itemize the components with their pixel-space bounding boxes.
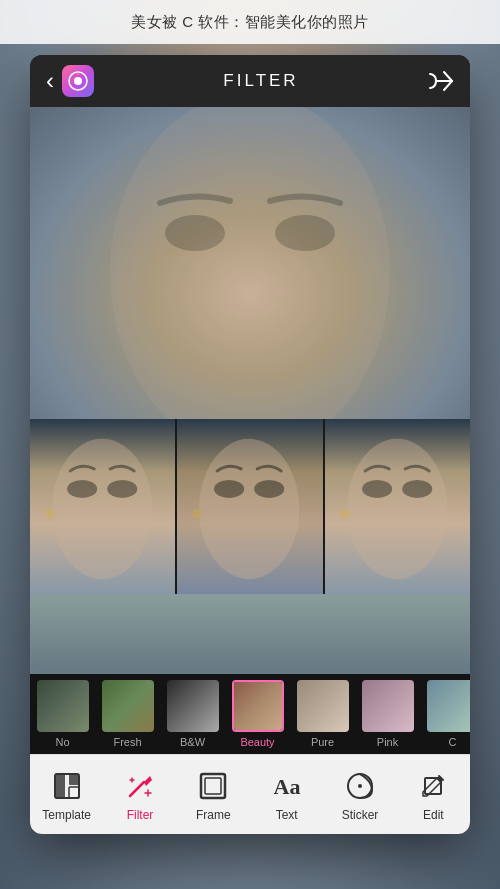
top-title-bar: 美女被 C 软件：智能美化你的照片 [0,0,500,44]
filter-thumb-no [37,680,89,732]
svg-point-15 [362,480,392,498]
svg-point-11 [214,480,244,498]
svg-point-1 [74,77,82,85]
svg-line-22 [130,782,144,796]
photo-3 [325,419,470,594]
filter-beauty[interactable]: Beauty [225,676,290,752]
svg-text:Aa: Aa [273,774,300,799]
frame-icon [195,768,231,804]
photo-cell-3 [325,419,470,594]
edit-pencil-icon [415,768,451,804]
svg-point-6 [52,439,152,579]
svg-point-13 [192,509,202,519]
filter-pure[interactable]: Pure [290,676,355,752]
filter-label-c: C [449,736,457,748]
filter-thumb-bw [167,680,219,732]
filter-bw[interactable]: B&W [160,676,225,752]
svg-point-10 [199,439,299,579]
back-button[interactable]: ‹ [46,65,94,97]
svg-point-14 [347,439,447,579]
svg-rect-29 [205,778,221,794]
svg-point-4 [165,215,225,251]
svg-point-16 [402,480,432,498]
filter-no[interactable]: No [30,676,95,752]
app-logo-icon [62,65,94,97]
sticker-icon [342,768,378,804]
tool-template[interactable]: Template [37,768,97,822]
face-overlay [30,107,470,419]
bottom-photo-area [30,594,470,674]
filter-wand-icon [122,768,158,804]
blur-overlay [30,594,470,674]
main-photo-area [30,107,470,419]
photo-strip [30,419,470,594]
filter-thumb-c [427,680,471,732]
svg-point-7 [67,480,97,498]
svg-marker-23 [144,776,152,786]
filter-thumb-pure [297,680,349,732]
svg-point-2 [77,73,80,76]
filter-strip[interactable]: No Fresh B&W Beauty Pure [30,674,470,754]
svg-point-8 [107,480,137,498]
photo-cell-1 [30,419,177,594]
svg-rect-21 [69,787,79,798]
phone-mockup: ‹ FILTER [30,55,470,834]
filter-label-fresh: Fresh [113,736,141,748]
tool-frame[interactable]: Frame [183,768,243,822]
tool-text[interactable]: Aa Text [257,768,317,822]
filter-label-bw: B&W [180,736,205,748]
svg-point-9 [45,509,55,519]
filter-fresh[interactable]: Fresh [95,676,160,752]
tool-sticker[interactable]: Sticker [330,768,390,822]
filter-label-beauty: Beauty [240,736,274,748]
svg-rect-19 [55,774,65,798]
tool-sticker-label: Sticker [342,808,379,822]
svg-point-12 [255,480,285,498]
header-bar: ‹ FILTER [30,55,470,107]
filter-label-pure: Pure [311,736,334,748]
template-icon [49,768,85,804]
photo-1 [30,419,175,594]
svg-point-32 [358,784,362,788]
app-title: 美女被 C 软件：智能美化你的照片 [131,13,369,32]
svg-point-5 [275,215,335,251]
tool-filter[interactable]: Filter [110,768,170,822]
svg-point-17 [340,509,350,519]
tool-edit-label: Edit [423,808,444,822]
svg-point-3 [110,107,390,419]
photo-2 [177,419,322,594]
text-icon: Aa [269,768,305,804]
tool-filter-label: Filter [127,808,154,822]
header-title: FILTER [223,71,298,91]
filter-label-pink: Pink [377,736,398,748]
svg-rect-20 [69,774,79,785]
filter-c[interactable]: C [420,676,470,752]
tool-text-label: Text [276,808,298,822]
tool-frame-label: Frame [196,808,231,822]
share-button[interactable] [428,70,454,92]
filter-thumb-fresh [102,680,154,732]
filter-label-no: No [55,736,69,748]
tool-template-label: Template [42,808,91,822]
filter-thumb-beauty [232,680,284,732]
bottom-toolbar: Template Filter [30,754,470,834]
tool-edit[interactable]: Edit [403,768,463,822]
back-chevron-icon: ‹ [46,67,54,95]
filter-pink[interactable]: Pink [355,676,420,752]
filter-thumb-pink [362,680,414,732]
photo-cell-2 [177,419,324,594]
